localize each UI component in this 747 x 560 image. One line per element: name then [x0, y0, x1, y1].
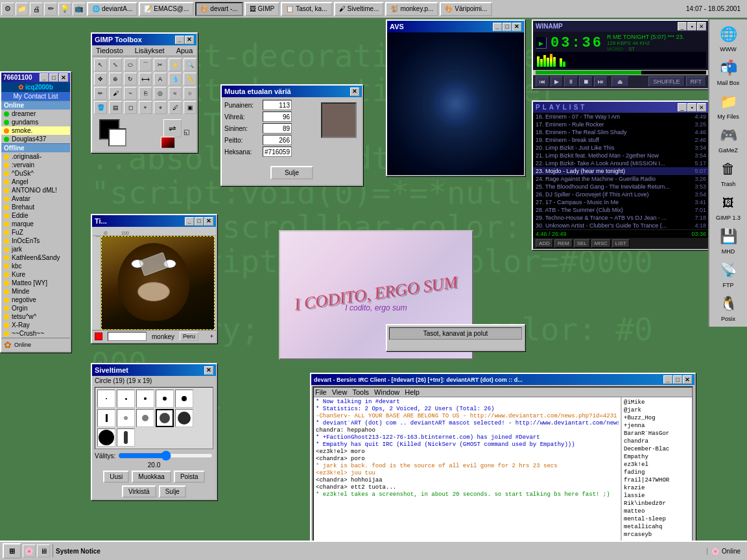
- icq-contact-minde[interactable]: Minde: [1, 287, 70, 296]
- irc-menu-window[interactable]: Window: [374, 388, 399, 396]
- gimp-menu-edit[interactable]: Lisäykset: [132, 46, 167, 55]
- winamp-repeat[interactable]: RFT: [686, 76, 707, 87]
- irc-user[interactable]: ez3k!el: [623, 461, 691, 469]
- tool-gradient[interactable]: ▤: [109, 101, 122, 114]
- brush-item-7[interactable]: [117, 409, 135, 427]
- winamp-open[interactable]: ⏏: [611, 76, 629, 87]
- irc-user[interactable]: lassie: [623, 492, 691, 500]
- brush-item-10[interactable]: [175, 409, 193, 427]
- brush-edit-button[interactable]: Muokkaa: [132, 471, 171, 483]
- taskbar-btn-emacs[interactable]: 📝EMACS@...: [139, 2, 194, 16]
- icq-contact-vervain[interactable]: :vervain: [1, 161, 70, 169]
- gimp-filename-input[interactable]: [108, 332, 147, 341]
- irc-menu-tools[interactable]: Tools: [352, 388, 369, 396]
- icq-minimize[interactable]: _: [40, 73, 49, 82]
- irc-user[interactable]: krazie: [623, 484, 691, 492]
- gimp-menu-help[interactable]: Apua: [174, 46, 196, 55]
- color-input-blue[interactable]: [263, 123, 292, 134]
- brush-size-slider[interactable]: [118, 452, 213, 460]
- pl-misc-btn[interactable]: MISC: [591, 239, 611, 248]
- gimp-close[interactable]: ✕: [185, 36, 194, 44]
- avs-close[interactable]: ✕: [512, 23, 521, 31]
- irc-menu-file[interactable]: File: [315, 388, 327, 396]
- color-picker-close[interactable]: ✕: [350, 88, 359, 96]
- irc-user[interactable]: fading: [623, 469, 691, 476]
- taskbar-icon-2[interactable]: 📁: [16, 3, 29, 16]
- icq-contact-brehaut[interactable]: Brehaut: [1, 203, 70, 211]
- sidebar-item-mailbox[interactable]: 📬 Mail Box: [713, 56, 744, 88]
- color-ok-button[interactable]: Sulje: [270, 166, 313, 180]
- tool-transform[interactable]: ⤡: [109, 58, 122, 71]
- playlist-item-23[interactable]: 23. Mojdo - Lady (hear me tonight)5:07: [533, 167, 709, 175]
- playlist-close[interactable]: ✕: [697, 103, 706, 111]
- irc-minimize[interactable]: _: [663, 375, 672, 384]
- taskbar-icon-1[interactable]: ⚙: [1, 3, 14, 16]
- irc-user[interactable]: matteo: [623, 508, 691, 515]
- brush-item-6[interactable]: [97, 409, 115, 427]
- pl-sel-btn[interactable]: SEL: [574, 239, 590, 248]
- tool-dodge[interactable]: ○: [184, 87, 196, 100]
- brush-item-2[interactable]: [117, 390, 135, 408]
- playlist-item-18[interactable]: 18. Eminem - The Real Slim Shady4:46: [533, 128, 709, 136]
- brush-item-11[interactable]: [97, 428, 115, 447]
- sidebar-item-gimp[interactable]: 🖼 GIMP 1.3: [713, 191, 744, 223]
- taskbar-bottom-icon1[interactable]: 🌸: [23, 544, 36, 557]
- icq-contact-fuz[interactable]: FuZ: [1, 228, 70, 237]
- taskbar-icon-3[interactable]: 🖨: [30, 3, 43, 16]
- taskbar-btn-siveltime[interactable]: 🖌Siveltime...: [334, 2, 385, 16]
- taskbar-btn-devart[interactable]: 🎨devart -...: [195, 2, 243, 16]
- tool-paint[interactable]: 🖌: [109, 87, 122, 100]
- taskbar-btn-monkey[interactable]: 🐒monkey.p...: [385, 2, 438, 16]
- playlist-item-28[interactable]: 28. ATB - The Summer (Club Mix)7:01: [533, 206, 709, 214]
- icq-contact-dusk[interactable]: ^DuSk^: [1, 169, 70, 178]
- gimp-bg-color[interactable]: [108, 128, 126, 146]
- gimp-pattern[interactable]: [161, 137, 175, 148]
- brush-item-5[interactable]: [175, 390, 193, 408]
- brush-new-button[interactable]: Uusi: [103, 471, 129, 483]
- playlist-minimize[interactable]: _: [678, 103, 687, 111]
- sidebar-item-www[interactable]: 🌐 WWW: [713, 22, 744, 54]
- playlist-item-19[interactable]: 19. Eminem - break stuff2:46: [533, 136, 709, 144]
- sidebar-item-gamez[interactable]: 🎮 GaMeZ: [713, 123, 744, 156]
- sidebar-item-mhd[interactable]: 💾 MHD: [713, 224, 744, 257]
- gimp-canvas[interactable]: [101, 236, 215, 330]
- playlist-item-21[interactable]: 21. Limp Bizkit feat. Method Man - 2geth…: [533, 152, 709, 159]
- icq-contact-xray[interactable]: X-Ray: [1, 321, 70, 329]
- irc-user[interactable]: December-Blac: [623, 445, 691, 453]
- tool-flip[interactable]: ⟷: [139, 73, 152, 86]
- icq-contact-antoniodml[interactable]: ANTONiO dML!: [1, 186, 70, 194]
- icq-contact-originaali[interactable]: .originaali-: [1, 152, 70, 161]
- irc-user[interactable]: mrcaseyb: [623, 531, 691, 539]
- icq-contact-kathleensandy[interactable]: Kathleen&Sandy: [1, 253, 70, 262]
- playlist-item-22[interactable]: 22. Limp Bizkit- Take A Look Around (MIS…: [533, 159, 709, 167]
- winamp-prev[interactable]: ⏮: [536, 76, 549, 87]
- brush-item-4[interactable]: [156, 390, 174, 408]
- icq-contact-smoke[interactable]: smoke.: [1, 126, 70, 135]
- brush-item-12[interactable]: [117, 428, 135, 447]
- playlist-item-24[interactable]: 24. Rage Against the Machine - Guerilla …: [533, 175, 709, 183]
- taskbar-btn-deviantart[interactable]: 🌐deviantA...: [87, 2, 137, 16]
- tool-path[interactable]: ⌖: [154, 101, 167, 114]
- brush-refresh-button[interactable]: Virkistä: [122, 485, 156, 498]
- taskbar-btn-varipoimi[interactable]: 🎨Väripoimi...: [440, 2, 492, 16]
- icq-contact-avatar[interactable]: Avatar: [1, 194, 70, 203]
- avs-minimize[interactable]: _: [493, 23, 502, 31]
- brush-delete-button[interactable]: Poista: [174, 471, 205, 483]
- sidebar-item-myfiles[interactable]: 📁 My Files: [713, 89, 744, 122]
- color-input-opacity[interactable]: [263, 135, 292, 145]
- sidebar-item-posix[interactable]: 🐧 Posix: [713, 292, 744, 324]
- tool-eraser[interactable]: ◻: [124, 101, 137, 114]
- tool-heal[interactable]: +: [139, 101, 152, 114]
- playlist-item-25[interactable]: 25. The Bloodhound Gang - The Inevitable…: [533, 183, 709, 191]
- playlist-item-17[interactable]: 17. Eminem - Rule Rocker3:25: [533, 121, 709, 128]
- winamp-pause[interactable]: ⏸: [564, 76, 578, 87]
- icq-contact-dreamer[interactable]: dreamer: [1, 110, 70, 118]
- taskbar-icon-6[interactable]: 📺: [73, 3, 86, 16]
- playlist-item-29[interactable]: 29. Techno-House & Trance ~ ATB Vs DJ Je…: [533, 214, 709, 222]
- brush-item-3[interactable]: [136, 390, 154, 408]
- gimp-image-maximize[interactable]: □: [195, 217, 204, 226]
- irc-user[interactable]: frail|247WHOR: [623, 476, 691, 484]
- taskbar-bottom-icon2[interactable]: 🖥: [37, 544, 50, 557]
- tool-lasso[interactable]: ⬭: [124, 58, 137, 71]
- tool-inkpen[interactable]: 🖊: [169, 101, 182, 114]
